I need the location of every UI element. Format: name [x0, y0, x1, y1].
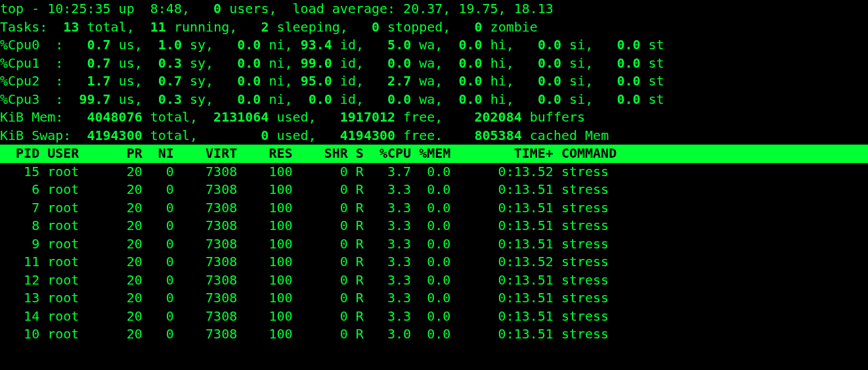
process-table-header[interactable]: PID USER PR NI VIRT RES SHR S %CPU %MEM …	[0, 145, 868, 163]
process-table-body[interactable]: 15 root 20 0 7308 100 0 R 3.7 0.0 0:13.5…	[0, 163, 868, 344]
top-summary: top - 10:25:35 up 8:48, 0 users, load av…	[0, 0, 868, 145]
